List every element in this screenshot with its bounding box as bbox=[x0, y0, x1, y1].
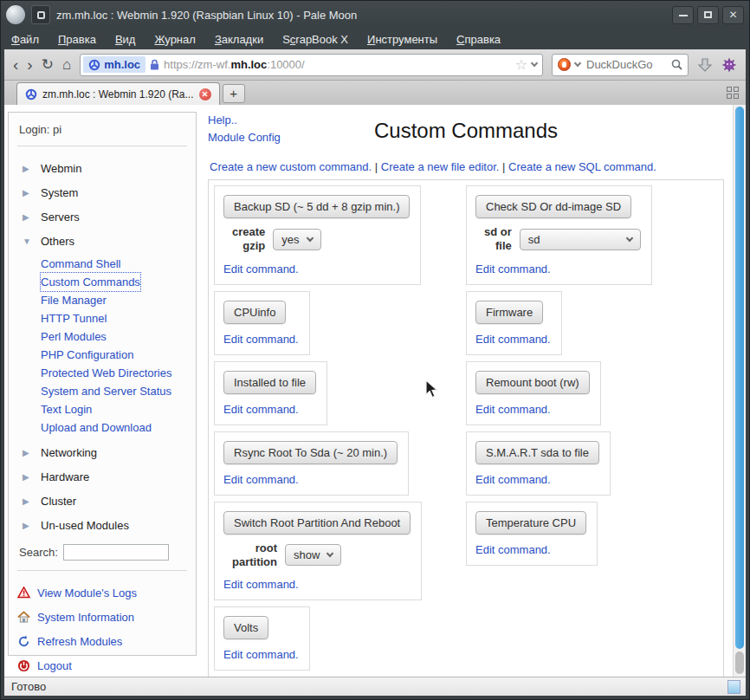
command-box-installed-to-file: Installed to file Edit command. bbox=[214, 361, 327, 425]
scrollbar-thumb[interactable] bbox=[735, 107, 744, 649]
edit-command-link[interactable]: Edit command. bbox=[223, 648, 299, 661]
close-button[interactable]: ✕ bbox=[722, 6, 744, 24]
site-identity-chip[interactable]: mh.loc bbox=[83, 56, 145, 73]
duckduckgo-icon[interactable] bbox=[558, 58, 571, 71]
statusbar-addon-icon[interactable] bbox=[727, 680, 740, 694]
temperature-cpu-button[interactable]: Temperature CPU bbox=[475, 511, 586, 535]
command-box-smart-sda: S.M.A.R.T sda to file Edit command. bbox=[466, 431, 611, 496]
module-config-link[interactable]: Module Config bbox=[208, 131, 281, 144]
bookmark-star-icon[interactable]: ☆ bbox=[515, 56, 527, 73]
create-custom-command-link[interactable]: Create a new custom command. bbox=[210, 160, 372, 173]
sidebar-item-custom-commands[interactable]: Custom Commands bbox=[41, 273, 140, 291]
forward-icon[interactable]: › bbox=[27, 56, 32, 73]
maximize-button[interactable] bbox=[697, 6, 719, 24]
module-search-input[interactable] bbox=[63, 544, 169, 561]
system-information-link[interactable]: System Information bbox=[17, 605, 187, 629]
lock-icon[interactable] bbox=[150, 59, 159, 70]
smart-sda-button[interactable]: S.M.A.R.T sda to file bbox=[475, 441, 599, 464]
downloads-icon[interactable] bbox=[697, 57, 713, 73]
addon-icon[interactable] bbox=[721, 57, 737, 73]
check-sd-button[interactable]: Check SD Or dd-image SD bbox=[475, 195, 631, 218]
search-bar[interactable] bbox=[552, 54, 689, 76]
menu-tools[interactable]: Инструменты bbox=[367, 33, 437, 46]
help-link[interactable]: Help.. bbox=[208, 113, 281, 126]
sidebar-item-text-login[interactable]: Text Login bbox=[41, 400, 92, 418]
edit-command-link[interactable]: Edit command. bbox=[475, 333, 551, 346]
home-icon[interactable]: ⌂ bbox=[62, 57, 71, 72]
sidebar-group-webmin[interactable]: ▶Webmin bbox=[17, 156, 187, 180]
menu-history[interactable]: Журнал bbox=[154, 33, 195, 46]
reload-icon[interactable]: ↻ bbox=[42, 57, 54, 72]
firmware-button[interactable]: Firmware bbox=[475, 301, 543, 324]
sidebar-group-unused-modules[interactable]: ▶Un-used Modules bbox=[17, 513, 187, 537]
cpuinfo-button[interactable]: CPUinfo bbox=[223, 301, 286, 324]
rsync-root-button[interactable]: Rsync Root To Sda (~ 20 min.) bbox=[223, 441, 398, 464]
sidebar-item-php-configuration[interactable]: PHP Configuration bbox=[41, 346, 133, 364]
create-file-editor-link[interactable]: Create a new file editor. bbox=[381, 160, 500, 173]
url-dropdown-icon[interactable] bbox=[531, 60, 538, 67]
chevron-down-icon bbox=[327, 550, 333, 557]
edit-command-link[interactable]: Edit command. bbox=[223, 262, 299, 275]
sidebar-item-upload-download[interactable]: Upload and Download bbox=[41, 418, 152, 437]
sidebar-item-file-manager[interactable]: File Manager bbox=[41, 291, 107, 309]
new-tab-button[interactable]: + bbox=[223, 84, 245, 103]
edit-command-link[interactable]: Edit command. bbox=[223, 333, 299, 346]
sidebar-group-servers[interactable]: ▶Servers bbox=[17, 204, 187, 229]
sidebar-item-protected-web-directories[interactable]: Protected Web Directories bbox=[41, 364, 172, 382]
menu-bookmarks[interactable]: Закладки bbox=[215, 33, 263, 46]
view-module-logs-link[interactable]: View Module's Logs bbox=[17, 580, 187, 605]
menu-edit[interactable]: Правка bbox=[58, 33, 96, 46]
edit-command-link[interactable]: Edit command. bbox=[475, 262, 551, 275]
tab-webmin[interactable]: zm.mh.loc : Webmin 1.920 (Ra... ✕ bbox=[16, 82, 220, 105]
create-links-top: Create a new custom command. | Create a … bbox=[210, 160, 724, 173]
create-gzip-select[interactable]: yes bbox=[273, 229, 320, 250]
all-tabs-icon[interactable] bbox=[727, 87, 739, 99]
command-box-switch-root: Switch Root Partition And Reboot rootpar… bbox=[214, 502, 422, 601]
sidebar-item-system-server-status[interactable]: System and Server Status bbox=[41, 382, 171, 400]
sidebar-group-system[interactable]: ▶System bbox=[17, 180, 187, 204]
menu-view[interactable]: Вид bbox=[115, 33, 136, 46]
create-sql-command-link[interactable]: Create a new SQL command. bbox=[508, 160, 656, 173]
menu-file[interactable]: Файл bbox=[11, 33, 39, 46]
logout-link[interactable]: Logout bbox=[17, 653, 187, 677]
menu-help[interactable]: Справка bbox=[456, 33, 501, 46]
edit-command-link[interactable]: Edit command. bbox=[475, 403, 551, 416]
main-panel: Help.. Module Config Custom Commands Cre… bbox=[197, 105, 733, 677]
edit-command-link[interactable]: Edit command. bbox=[223, 403, 299, 416]
vertical-scrollbar[interactable] bbox=[733, 105, 746, 677]
tab-bar: zm.mh.loc : Webmin 1.920 (Ra... ✕ + bbox=[4, 81, 746, 105]
sidebar-item-http-tunnel[interactable]: HTTP Tunnel bbox=[41, 309, 107, 327]
sidebar-group-cluster[interactable]: ▶Cluster bbox=[17, 489, 187, 513]
app-menu-icon[interactable] bbox=[31, 5, 50, 24]
web-search-input[interactable] bbox=[585, 57, 667, 72]
sidebar-item-command-shell[interactable]: Command Shell bbox=[41, 255, 121, 273]
edit-command-link[interactable]: Edit command. bbox=[223, 578, 299, 591]
switch-root-button[interactable]: Switch Root Partition And Reboot bbox=[223, 511, 411, 535]
backup-sd-button[interactable]: Backup SD (~ 5 dd + 8 gzip min.) bbox=[223, 195, 410, 218]
param-label: rootpartition bbox=[232, 541, 277, 570]
back-icon[interactable]: ‹ bbox=[13, 56, 18, 73]
sidebar-item-perl-modules[interactable]: Perl Modules bbox=[41, 327, 107, 346]
root-partition-select[interactable]: show bbox=[285, 544, 341, 566]
navigation-toolbar: ‹ › ↻ ⌂ mh.loc https://zm-wf.mh.loc:1000… bbox=[4, 49, 746, 81]
tab-close-icon[interactable]: ✕ bbox=[199, 88, 211, 100]
menu-scrapbook[interactable]: ScrapBook X bbox=[282, 33, 348, 46]
installed-to-file-button[interactable]: Installed to file bbox=[223, 371, 316, 394]
remount-boot-button[interactable]: Remount boot (rw) bbox=[475, 371, 590, 394]
magnifier-icon[interactable] bbox=[671, 59, 682, 70]
edit-command-link[interactable]: Edit command. bbox=[223, 473, 299, 486]
sidebar-group-hardware[interactable]: ▶Hardware bbox=[17, 464, 187, 489]
refresh-modules-link[interactable]: Refresh Modules bbox=[17, 629, 187, 653]
sd-or-file-select[interactable]: sd bbox=[520, 229, 641, 250]
edit-command-link[interactable]: Edit command. bbox=[475, 543, 551, 556]
command-box-temperature-cpu: Temperature CPU Edit command. bbox=[466, 502, 598, 566]
minimize-button[interactable] bbox=[672, 6, 694, 24]
command-box-firmware: Firmware Edit command. bbox=[466, 291, 562, 355]
edit-command-link[interactable]: Edit command. bbox=[475, 473, 551, 486]
search-engine-dropdown-icon[interactable] bbox=[574, 60, 581, 67]
volts-button[interactable]: Volts bbox=[223, 616, 268, 639]
commands-container: Backup SD (~ 5 dd + 8 gzip min.) createg… bbox=[208, 179, 724, 677]
sidebar-group-others[interactable]: ▼Others bbox=[17, 229, 187, 253]
url-bar[interactable]: mh.loc https://zm-wf.mh.loc:10000/ ☆ bbox=[80, 54, 543, 76]
sidebar-group-networking[interactable]: ▶Networking bbox=[17, 440, 187, 464]
